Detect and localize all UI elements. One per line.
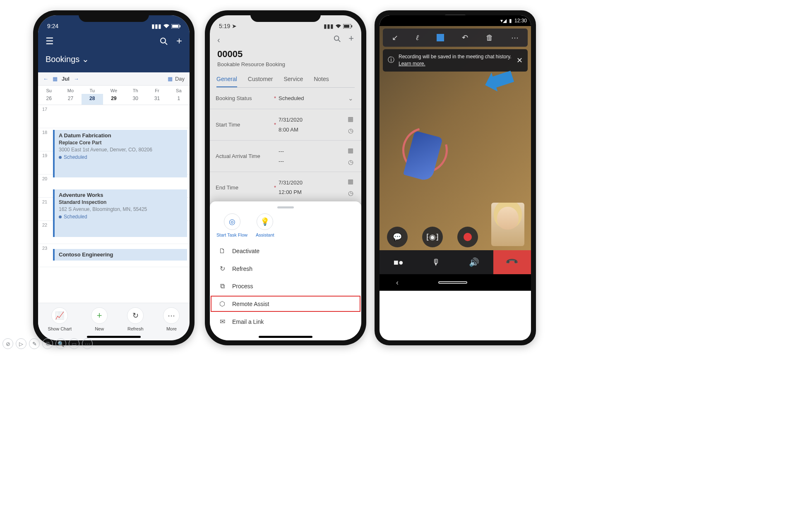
day-cell[interactable]: 30 (125, 94, 146, 105)
day-cell[interactable]: 27 (60, 94, 81, 105)
menu-process[interactable]: ⧉Process (210, 278, 361, 295)
app-header: ☰ + Bookings ⌄ (38, 30, 190, 72)
arrow-right-icon[interactable]: → (74, 76, 79, 82)
record-button[interactable] (457, 227, 478, 247)
self-video-thumbnail[interactable] (491, 203, 524, 246)
menu-deactivate[interactable]: 🗋Deactivate (210, 242, 361, 260)
svg-point-3 (161, 38, 166, 43)
undo-icon[interactable]: ↶ (462, 33, 468, 42)
calendar-icon[interactable]: ▦ (53, 76, 58, 82)
action-sheet: ◎ Start Task Flow 💡 Assistant 🗋Deactivat… (210, 201, 361, 340)
deactivate-icon: 🗋 (218, 247, 226, 255)
refresh-button[interactable]: ↻ Refresh (127, 307, 144, 331)
day-cell[interactable]: 1 (168, 94, 190, 105)
home-indicator[interactable] (87, 336, 141, 338)
call-control-bar: ■● 🎙 🔊 📞 (380, 250, 531, 274)
pencil-icon[interactable]: ✎ (29, 338, 40, 349)
speaker-icon: 🔊 (469, 257, 479, 267)
copy-icon[interactable]: ⧉ (42, 338, 53, 349)
close-icon[interactable]: ✕ (517, 56, 523, 65)
booking-event[interactable]: A Datum Fabrication Replace Core Part 30… (53, 130, 187, 177)
day-cell-selected[interactable]: 28 (82, 94, 103, 105)
collapse-icon[interactable]: ↙ (392, 33, 398, 42)
email-icon: ✉ (218, 318, 226, 325)
camera-icon: ■● (394, 258, 404, 267)
mic-icon: 🎙 (432, 258, 440, 267)
booking-event[interactable]: Contoso Engineering (53, 249, 187, 261)
tool-icon[interactable]: ⊘ (2, 338, 13, 349)
menu-email-link[interactable]: ✉Email a Link (210, 313, 361, 330)
status-time: 9:24 (47, 23, 58, 29)
signal-icon: ▮▮▮ (151, 23, 161, 29)
more-icon[interactable]: ⋯ (82, 338, 93, 349)
grabber[interactable] (277, 206, 294, 208)
signal-icon: ▾◢ (500, 18, 507, 24)
plus-icon: + (97, 310, 102, 321)
calendar-body: 17 18 19 20 21 22 23 A Datum Fabrication… (38, 105, 190, 267)
chat-button[interactable]: 💬 (387, 227, 408, 247)
annotation-toolbar: ↙ ℓ ↶ 🗑 ⋯ (383, 29, 528, 47)
remote-assist-icon: ⬡ (218, 300, 226, 308)
calendar-nav: ← ▦ Jul → ▦ Day (38, 72, 190, 86)
scan-icon: ⁅◉⁆ (426, 232, 439, 242)
svg-line-4 (165, 43, 167, 45)
more-icon: ⋯ (168, 311, 175, 320)
menu-remote-assist[interactable]: ⬡Remote Assist (210, 295, 361, 313)
home-button[interactable] (438, 281, 467, 284)
day-cell[interactable]: 26 (38, 94, 60, 105)
more-button[interactable]: ⋯ More (163, 307, 180, 331)
booking-event[interactable]: Adventure Works Standard Inspection 162 … (53, 189, 187, 237)
home-indicator[interactable] (259, 336, 312, 338)
more-icon[interactable]: ⋯ (511, 33, 519, 42)
search-icon[interactable] (160, 37, 168, 45)
day-cell-today[interactable]: 29 (103, 94, 125, 105)
weekday-row: Su Mo Tu We Th Fr Sa (38, 86, 190, 94)
target-icon: ◎ (229, 217, 235, 226)
color-swatch[interactable] (437, 34, 444, 41)
chat-icon: 💬 (393, 232, 402, 242)
chart-icon: 📈 (55, 311, 64, 320)
hamburger-icon[interactable]: ☰ (46, 36, 54, 47)
trash-icon[interactable]: 🗑 (486, 33, 493, 42)
wifi-icon (163, 24, 170, 29)
new-button[interactable]: + New (91, 307, 108, 331)
mic-toggle-button[interactable]: 🎙 (418, 250, 456, 274)
arrow-left-icon[interactable]: ← (43, 76, 48, 82)
add-icon[interactable]: + (176, 37, 182, 45)
phone-booking-detail: 5:19 ➤ ▮▮▮ ‹ + 0000 (205, 10, 366, 345)
show-chart-button[interactable]: 📈 Show Chart (48, 307, 72, 331)
android-nav-bar: ‹ (380, 274, 531, 291)
process-icon: ⧉ (218, 282, 226, 290)
back-button[interactable]: ‹ (396, 278, 399, 287)
refresh-icon: ↻ (132, 311, 139, 320)
battery-icon (171, 24, 180, 29)
video-feed: ↙ ℓ ↶ 🗑 ⋯ ⓘ Recording will be saved in t… (380, 26, 531, 274)
svg-rect-2 (180, 25, 180, 27)
end-call-button[interactable]: 📞 (493, 250, 531, 274)
ink-icon[interactable]: ℓ (416, 33, 419, 42)
hangup-icon: 📞 (505, 255, 519, 270)
page-title[interactable]: Bookings ⌄ (46, 54, 182, 64)
learn-more-link[interactable]: Learn more. (399, 61, 425, 67)
display-icon[interactable]: ▭ (69, 338, 79, 349)
menu-refresh[interactable]: ↻Refresh (210, 260, 361, 278)
camera-toggle-button[interactable]: ■● (380, 250, 418, 274)
day-cell[interactable]: 31 (146, 94, 168, 105)
assistant-button[interactable]: 💡 Assistant (256, 213, 274, 237)
view-mode[interactable]: Day (175, 76, 185, 82)
editor-footer-toolbar: ⊘ ▷ ✎ ⧉ 🔍 ▭ ⋯ (2, 338, 93, 349)
daynum-row: 26 27 28 29 30 31 1 (38, 94, 190, 105)
phone-bookings: 9:24 ▮▮▮ ☰ + (33, 10, 195, 345)
svg-rect-1 (172, 25, 178, 28)
play-icon[interactable]: ▷ (16, 338, 26, 349)
bottom-toolbar: 📈 Show Chart + New ↻ Refresh ⋯ More (38, 303, 190, 340)
call-actions-row: 💬 ⁅◉⁆ (380, 227, 485, 247)
speaker-toggle-button[interactable]: 🔊 (455, 250, 493, 274)
start-task-flow-button[interactable]: ◎ Start Task Flow (216, 213, 247, 237)
scan-button[interactable]: ⁅◉⁆ (422, 227, 443, 247)
calendar-icon: ▦ (168, 76, 173, 82)
zoom-icon[interactable]: 🔍 (55, 338, 66, 349)
recording-banner: ⓘ Recording will be saved in the meeting… (383, 49, 528, 72)
phone-remote-assist-call: ▾◢ ▮ 12:30 ↙ ℓ ↶ 🗑 ⋯ ⓘ Recording will be… (375, 10, 536, 345)
info-icon: ⓘ (388, 56, 394, 65)
